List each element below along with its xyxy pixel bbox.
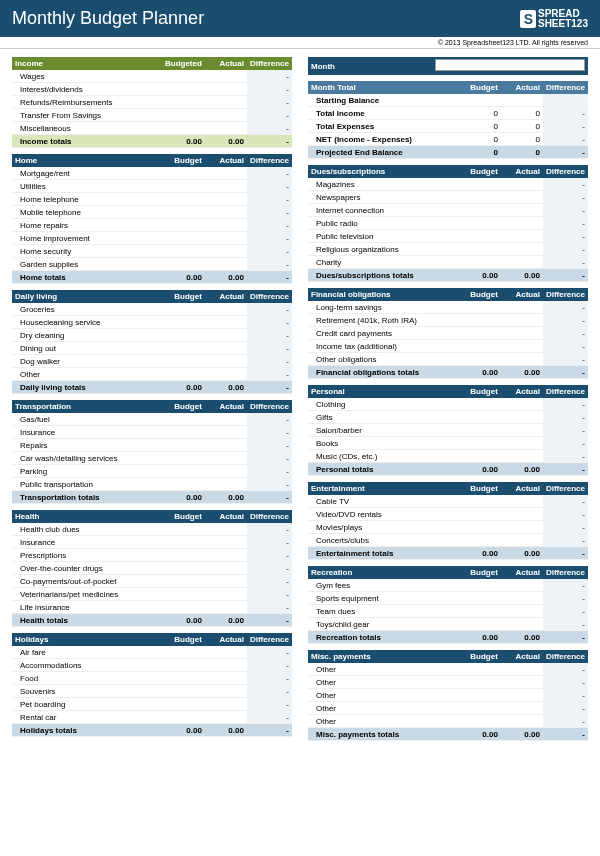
budget-cell[interactable] xyxy=(163,180,205,193)
budget-cell[interactable] xyxy=(163,245,205,258)
actual-cell[interactable] xyxy=(205,685,247,698)
budget-cell[interactable] xyxy=(459,340,501,353)
actual-cell[interactable] xyxy=(205,96,247,109)
actual-cell[interactable] xyxy=(205,70,247,83)
actual-cell[interactable] xyxy=(501,340,543,353)
budget-cell[interactable] xyxy=(163,601,205,614)
actual-cell[interactable] xyxy=(205,575,247,588)
actual-cell[interactable] xyxy=(501,508,543,521)
actual-cell[interactable] xyxy=(501,411,543,424)
budget-cell[interactable] xyxy=(163,413,205,426)
actual-cell[interactable] xyxy=(501,521,543,534)
actual-cell[interactable] xyxy=(205,601,247,614)
actual-cell[interactable] xyxy=(501,676,543,689)
actual-cell[interactable] xyxy=(205,303,247,316)
budget-cell[interactable] xyxy=(459,301,501,314)
budget-cell[interactable] xyxy=(163,426,205,439)
budget-cell[interactable] xyxy=(459,521,501,534)
actual-cell[interactable] xyxy=(205,83,247,96)
actual-cell[interactable] xyxy=(205,426,247,439)
actual-cell[interactable] xyxy=(501,327,543,340)
budget-cell[interactable] xyxy=(163,355,205,368)
actual-cell[interactable] xyxy=(501,495,543,508)
actual-cell[interactable] xyxy=(501,437,543,450)
actual-cell[interactable] xyxy=(205,232,247,245)
budget-cell[interactable] xyxy=(459,676,501,689)
budget-cell[interactable] xyxy=(459,437,501,450)
budget-cell[interactable] xyxy=(163,646,205,659)
budget-cell[interactable] xyxy=(459,243,501,256)
budget-cell[interactable] xyxy=(163,206,205,219)
budget-cell[interactable] xyxy=(163,685,205,698)
budget-cell[interactable] xyxy=(163,439,205,452)
budget-cell[interactable] xyxy=(459,605,501,618)
actual-cell[interactable] xyxy=(205,478,247,491)
budget-cell[interactable] xyxy=(459,495,501,508)
actual-cell[interactable] xyxy=(205,193,247,206)
budget-cell[interactable] xyxy=(459,689,501,702)
budget-cell[interactable] xyxy=(162,122,205,135)
budget-cell[interactable] xyxy=(163,562,205,575)
budget-cell[interactable] xyxy=(163,258,205,271)
actual-cell[interactable] xyxy=(205,206,247,219)
actual-cell[interactable] xyxy=(205,452,247,465)
budget-cell[interactable] xyxy=(163,303,205,316)
budget-cell[interactable] xyxy=(163,523,205,536)
actual-cell[interactable] xyxy=(205,342,247,355)
actual-cell[interactable] xyxy=(205,219,247,232)
budget-cell[interactable] xyxy=(163,465,205,478)
budget-cell[interactable] xyxy=(459,230,501,243)
budget-cell[interactable] xyxy=(459,450,501,463)
budget-cell[interactable] xyxy=(459,353,501,366)
actual-cell[interactable] xyxy=(501,689,543,702)
actual-cell[interactable] xyxy=(501,256,543,269)
actual-cell[interactable] xyxy=(501,314,543,327)
actual-cell[interactable] xyxy=(205,711,247,724)
actual-cell[interactable] xyxy=(205,413,247,426)
budget-cell[interactable] xyxy=(163,536,205,549)
actual-cell[interactable] xyxy=(501,204,543,217)
budget-cell[interactable] xyxy=(163,167,205,180)
actual-cell[interactable] xyxy=(501,663,543,676)
month-input[interactable] xyxy=(435,59,585,71)
budget-cell[interactable] xyxy=(163,452,205,465)
actual-cell[interactable] xyxy=(205,258,247,271)
budget-cell[interactable] xyxy=(163,711,205,724)
cell[interactable] xyxy=(459,94,501,107)
budget-cell[interactable] xyxy=(459,534,501,547)
actual-cell[interactable] xyxy=(501,301,543,314)
actual-cell[interactable] xyxy=(205,368,247,381)
budget-cell[interactable] xyxy=(459,702,501,715)
cell[interactable] xyxy=(501,94,543,107)
budget-cell[interactable] xyxy=(459,204,501,217)
actual-cell[interactable] xyxy=(501,178,543,191)
actual-cell[interactable] xyxy=(501,715,543,728)
budget-cell[interactable] xyxy=(163,659,205,672)
actual-cell[interactable] xyxy=(205,588,247,601)
actual-cell[interactable] xyxy=(501,534,543,547)
budget-cell[interactable] xyxy=(459,398,501,411)
budget-cell[interactable] xyxy=(459,592,501,605)
actual-cell[interactable] xyxy=(501,450,543,463)
actual-cell[interactable] xyxy=(501,702,543,715)
actual-cell[interactable] xyxy=(205,329,247,342)
actual-cell[interactable] xyxy=(501,398,543,411)
actual-cell[interactable] xyxy=(501,230,543,243)
budget-cell[interactable] xyxy=(459,217,501,230)
actual-cell[interactable] xyxy=(205,180,247,193)
budget-cell[interactable] xyxy=(459,314,501,327)
budget-cell[interactable] xyxy=(163,329,205,342)
budget-cell[interactable] xyxy=(459,715,501,728)
budget-cell[interactable] xyxy=(163,193,205,206)
budget-cell[interactable] xyxy=(459,508,501,521)
budget-cell[interactable] xyxy=(163,368,205,381)
actual-cell[interactable] xyxy=(205,122,247,135)
actual-cell[interactable] xyxy=(501,353,543,366)
budget-cell[interactable] xyxy=(459,579,501,592)
budget-cell[interactable] xyxy=(459,424,501,437)
budget-cell[interactable] xyxy=(163,672,205,685)
actual-cell[interactable] xyxy=(205,167,247,180)
budget-cell[interactable] xyxy=(459,327,501,340)
actual-cell[interactable] xyxy=(205,646,247,659)
actual-cell[interactable] xyxy=(205,355,247,368)
